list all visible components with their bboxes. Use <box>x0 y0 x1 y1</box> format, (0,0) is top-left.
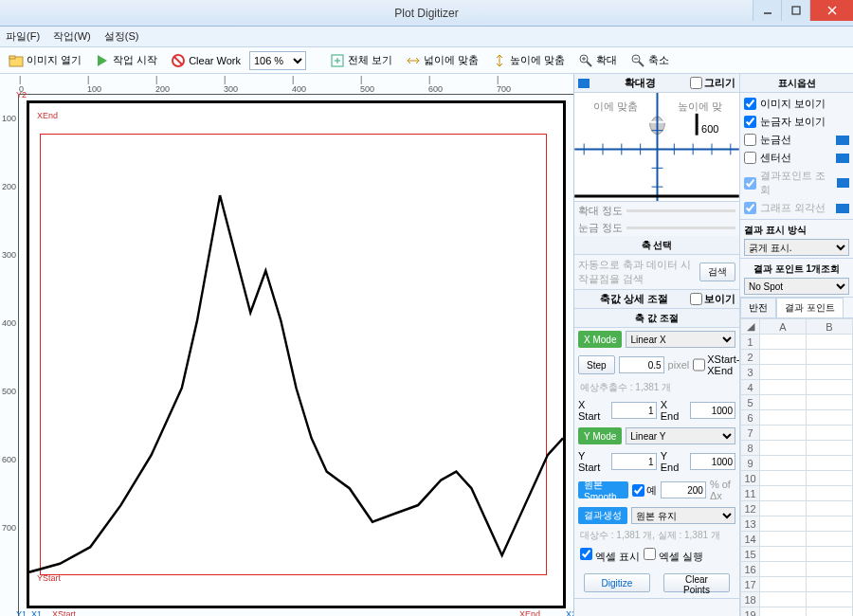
svg-rect-5 <box>9 56 15 59</box>
tab-invert[interactable]: 반전 <box>740 298 776 317</box>
resgen-tag: 결과생성 <box>578 507 627 524</box>
smooth-checkbox[interactable]: 예 <box>632 483 657 498</box>
svg-line-11 <box>587 62 591 66</box>
axis-x2-label: X2 <box>566 609 573 616</box>
menubar: 파일(F) 작업(W) 설정(S) <box>0 27 853 47</box>
fit-all-button[interactable]: 전체 보기 <box>325 51 397 70</box>
tabs: 반전 결과 포인트 <box>740 298 853 318</box>
ruler-vertical: 100200300400500600700 <box>0 95 19 616</box>
magnifier-title: 확대경 <box>625 76 656 90</box>
svg-line-15 <box>639 62 644 66</box>
magnifier-view: 이에 맞춤 높이에 맞 600 <box>574 93 739 202</box>
display-option[interactable]: 그래프 외각선 <box>744 199 849 217</box>
window-buttons <box>753 0 853 21</box>
display-options-header: 표시옵션 <box>740 74 853 93</box>
mid-column: 확대경 그리기 이에 맞춤 높이에 맞 600 확대 정도 눈금 정도 축 <box>574 74 740 616</box>
axis-auto-row: 자동으로 축과 데이터 시작끝점을 검색 검색 <box>574 255 739 290</box>
open-image-button[interactable]: 이미지 열기 <box>4 51 86 70</box>
data-grid[interactable]: ◢AB1234567891011121314151617181920212223… <box>740 318 853 616</box>
clear-work-button[interactable]: Clear Work <box>166 51 245 70</box>
display-option[interactable]: 눈금선 <box>744 131 849 149</box>
minimize-button[interactable] <box>753 0 781 21</box>
result-mode-label: 결과 표시 방식 <box>744 222 849 239</box>
svg-marker-6 <box>98 55 107 66</box>
fit-width-button[interactable]: 넓이에 맞춤 <box>401 51 483 70</box>
svg-rect-1 <box>792 7 800 14</box>
resgen-select[interactable]: 원본 유지 <box>631 507 735 524</box>
step-button[interactable]: Step <box>578 355 615 374</box>
menu-work[interactable]: 작업(W) <box>53 29 91 44</box>
excel-show-checkbox[interactable]: 엑셀 표시 <box>580 548 640 564</box>
axis-x1-label: X1 <box>31 609 42 616</box>
axis-xend2-label: XEnd <box>519 609 540 616</box>
grid-col-b[interactable]: B <box>807 319 853 335</box>
close-button[interactable] <box>809 0 853 21</box>
ruler-horizontal: |0|100|200|300|400|500|600|700 <box>19 74 573 95</box>
plot-area[interactable]: |0|100|200|300|400|500|600|700 100200300… <box>0 74 573 616</box>
svg-line-8 <box>174 57 182 64</box>
grid-corner[interactable]: ◢ <box>741 319 760 335</box>
start-work-button[interactable]: 작업 시작 <box>90 51 162 70</box>
display-option[interactable]: 이미지 보이기 <box>744 95 849 113</box>
toolbar: 이미지 열기 작업 시작 Clear Work 106 % 전체 보기 넓이에 … <box>0 47 853 74</box>
axis-detail-header: 축값 상세 조절 보이기 <box>574 290 739 309</box>
display-option[interactable]: 센터선 <box>744 149 849 167</box>
display-option[interactable]: 결과포인트 조회 <box>744 167 849 199</box>
svg-text:이에 맞춤: 이에 맞춤 <box>593 100 638 112</box>
menu-file[interactable]: 파일(F) <box>6 29 40 44</box>
grid-slider[interactable]: 눈금 정도 <box>574 219 739 236</box>
display-option[interactable]: 눈금자 보이기 <box>744 113 849 131</box>
tab-points[interactable]: 결과 포인트 <box>776 298 844 317</box>
draw-checkbox[interactable]: 그리기 <box>690 76 735 90</box>
axis-y2-label: Y2 <box>16 90 27 100</box>
plot-canvas[interactable]: Y2 XEnd YStart Y1 X1 XStart XEnd X2 <box>27 100 566 608</box>
ystart-input[interactable] <box>611 453 657 470</box>
xse-checkbox[interactable]: XStart-XEnd <box>693 353 739 376</box>
mag-slider[interactable]: 확대 정도 <box>574 202 739 219</box>
maximize-button[interactable] <box>781 0 809 21</box>
grid-col-a[interactable]: A <box>760 319 807 335</box>
axis-value-header: 축 값 조절 <box>574 309 739 328</box>
zoom-select[interactable]: 106 % <box>249 51 306 70</box>
search-button[interactable]: 검색 <box>699 263 735 281</box>
smooth-tag: 원본 Smooth <box>578 481 628 498</box>
mag-tick-label: 600 <box>701 123 718 135</box>
excel-run-checkbox[interactable]: 엑셀 실행 <box>644 548 703 564</box>
digitize-button[interactable]: Digitize <box>584 573 650 592</box>
axis-auto-hint: 자동으로 축과 데이터 시작끝점을 검색 <box>578 258 696 286</box>
fit-height-button[interactable]: 높이에 맞춤 <box>487 51 570 70</box>
magnifier-header: 확대경 그리기 <box>574 74 739 93</box>
result-mode-select[interactable]: 굵게 표시. <box>744 239 849 256</box>
zoom-in-button[interactable]: 확대 <box>573 51 622 70</box>
mag-swatch-icon <box>578 79 590 88</box>
xstart-input[interactable] <box>611 402 657 419</box>
titlebar: Plot Digitizer <box>0 0 853 27</box>
xmode-tag: X Mode <box>578 331 622 348</box>
axis-ystart-label: YStart <box>37 573 61 583</box>
display-options: 이미지 보이기눈금자 보이기눈금선센터선결과포인트 조회그래프 외각선 <box>740 93 853 220</box>
one-point-label: 결과 포인트 1개조회 <box>744 261 849 278</box>
axis-select-header: 축 선택 <box>574 236 739 255</box>
right-panel: 확대경 그리기 이에 맞춤 높이에 맞 600 확대 정도 눈금 정도 축 <box>573 74 853 616</box>
right-column: 표시옵션 이미지 보이기눈금자 보이기눈금선센터선결과포인트 조회그래프 외각선… <box>740 74 853 616</box>
yend-input[interactable] <box>690 453 735 470</box>
content: |0|100|200|300|400|500|600|700 100200300… <box>0 74 853 616</box>
axis-xend-label: XEnd <box>37 111 58 120</box>
smooth-input[interactable] <box>661 481 706 498</box>
menu-settings[interactable]: 설정(S) <box>104 29 139 44</box>
target-hint: 대상수 : 1,381 개, 실제 : 1,381 개 <box>574 527 739 544</box>
window-title: Plot Digitizer <box>394 7 458 20</box>
ymode-select[interactable]: Linear Y <box>626 427 735 444</box>
step-input[interactable] <box>619 356 664 373</box>
estimate-hint: 예상추출수 : 1,381 개 <box>574 379 739 396</box>
svg-text:높이에 맞: 높이에 맞 <box>678 100 722 112</box>
xend-input[interactable] <box>690 402 735 419</box>
axis-y1-label: Y1 <box>16 609 27 616</box>
axis-xstart-label: XStart <box>52 609 76 616</box>
detail-show-checkbox[interactable]: 보이기 <box>690 292 735 306</box>
clear-points-button[interactable]: Clear Points <box>663 573 730 592</box>
zoom-out-button[interactable]: 축소 <box>626 51 674 70</box>
ymode-tag: Y Mode <box>578 427 622 444</box>
one-point-select[interactable]: No Spot <box>744 278 849 295</box>
xmode-select[interactable]: Linear X <box>626 331 735 348</box>
